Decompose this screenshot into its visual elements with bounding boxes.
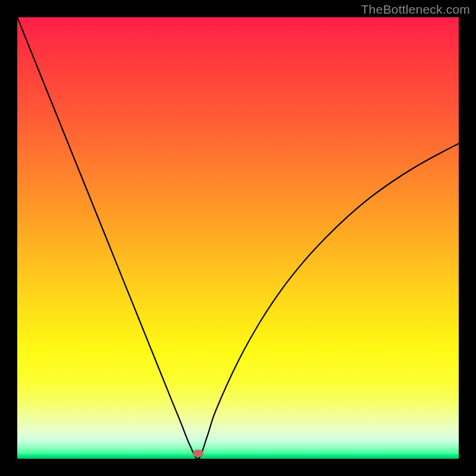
watermark-text: TheBottleneck.com <box>361 2 470 17</box>
optimum-marker <box>193 450 203 457</box>
plot-area <box>17 17 459 459</box>
bottleneck-curve <box>17 17 459 459</box>
chart-frame: TheBottleneck.com <box>0 0 476 476</box>
